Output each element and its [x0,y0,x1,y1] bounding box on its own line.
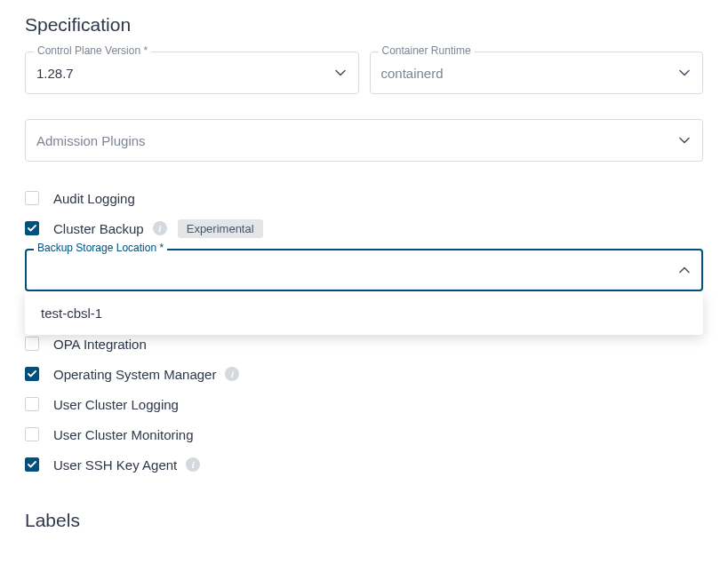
label-cluster-backup: Cluster Backup [53,221,144,236]
option-user-cluster-logging[interactable]: User Cluster Logging [25,389,703,419]
label-opa-integration: OPA Integration [53,337,147,352]
admission-plugins-placeholder: Admission Plugins [36,133,146,148]
checkbox-operating-system-manager[interactable] [25,367,39,381]
backup-storage-location-label: Backup Storage Location * [34,242,167,254]
checkbox-user-ssh-key-agent[interactable] [25,457,39,472]
option-user-ssh-key-agent[interactable]: User SSH Key Agent i [25,449,703,480]
label-user-cluster-monitoring: User Cluster Monitoring [53,427,194,442]
info-icon[interactable]: i [225,367,239,381]
label-user-cluster-logging: User Cluster Logging [53,397,179,412]
control-plane-version-field[interactable]: Control Plane Version * 1.28.7 [25,52,359,94]
specification-heading: Specification [25,14,703,36]
control-plane-version-value: 1.28.7 [36,66,74,81]
label-user-ssh-key-agent: User SSH Key Agent [53,457,177,473]
info-icon[interactable]: i [186,457,200,472]
option-cluster-backup[interactable]: Cluster Backup i Experimental [25,213,703,243]
admission-plugins-field[interactable]: Admission Plugins [25,119,703,162]
label-operating-system-manager: Operating System Manager [53,367,216,382]
container-runtime-value: containerd [381,66,444,81]
backup-storage-location-select[interactable] [25,249,703,291]
checkbox-user-cluster-logging[interactable] [25,397,39,411]
option-operating-system-manager[interactable]: Operating System Manager i [25,359,703,389]
label-audit-logging: Audit Logging [53,191,135,206]
chevron-up-icon [679,266,690,274]
info-icon[interactable]: i [153,221,167,235]
container-runtime-field[interactable]: Container Runtime containerd [370,52,704,94]
backup-storage-location-dropdown: test-cbsl-1 [25,291,703,335]
chevron-down-icon [335,69,346,76]
container-runtime-select[interactable]: containerd [370,52,704,94]
checkbox-opa-integration[interactable] [25,337,39,351]
experimental-badge: Experimental [178,219,263,238]
container-runtime-label: Container Runtime [379,44,475,57]
dropdown-option-test-cbsl-1[interactable]: test-cbsl-1 [25,295,703,331]
option-audit-logging[interactable]: Audit Logging [25,183,703,213]
chevron-down-icon [679,69,690,76]
labels-heading: Labels [25,510,703,531]
chevron-down-icon [679,137,690,144]
control-plane-version-select[interactable]: 1.28.7 [25,52,359,94]
option-user-cluster-monitoring[interactable]: User Cluster Monitoring [25,419,703,449]
backup-storage-location-field[interactable]: Backup Storage Location * test-cbsl-1 [25,249,703,291]
checkbox-cluster-backup[interactable] [25,221,39,235]
admission-plugins-select[interactable]: Admission Plugins [25,119,703,162]
checkbox-user-cluster-monitoring[interactable] [25,427,39,441]
control-plane-version-label: Control Plane Version * [34,44,151,57]
checkbox-audit-logging[interactable] [25,191,39,205]
